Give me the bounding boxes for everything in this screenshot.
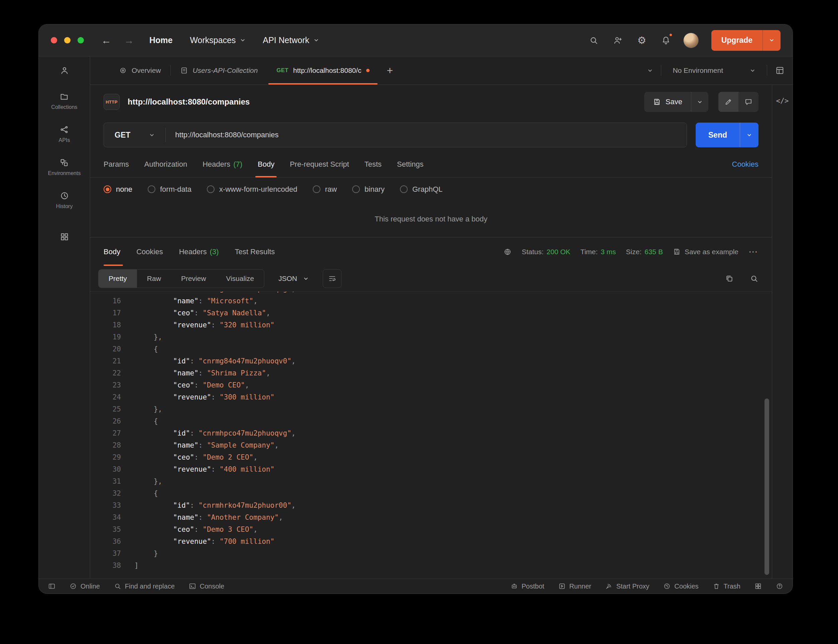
url-builder: GET Send: [90, 119, 772, 151]
find-and-replace[interactable]: Find and replace: [114, 583, 175, 590]
sidebar-item-apis[interactable]: APIs: [59, 125, 70, 143]
format-selector[interactable]: JSON: [272, 269, 315, 288]
url-input[interactable]: [166, 123, 686, 147]
settings-gear-icon[interactable]: ⚙: [635, 34, 649, 47]
view-raw[interactable]: Raw: [137, 269, 171, 288]
radio-form-data[interactable]: form-data: [148, 185, 191, 194]
response-tab-test-results[interactable]: Test Results: [227, 238, 283, 266]
radio-x-www-form-urlencoded[interactable]: x-www-form-urlencoded: [207, 185, 297, 194]
tab-request-active[interactable]: GET http://localhost:8080/c: [267, 56, 379, 84]
environment-quicklook-icon[interactable]: [775, 66, 785, 75]
line-number: 16: [90, 295, 121, 307]
profile-icon[interactable]: [60, 66, 69, 77]
console-button[interactable]: Console: [189, 583, 224, 590]
copy-response-icon[interactable]: [725, 274, 734, 283]
save-options-chevron[interactable]: [691, 92, 708, 112]
radio-icon: [352, 186, 360, 193]
size-value: 635 B: [644, 248, 663, 256]
response-body-viewer[interactable]: 15"id": "cnrmg0oo47mu2phuoqug",16"name":…: [90, 292, 772, 578]
nav-home[interactable]: Home: [150, 35, 173, 45]
code-line: 27"id": "cnrmhpco47mu2phuoqvg",: [90, 427, 772, 439]
tab-prerequest-script[interactable]: Pre-request Script: [282, 151, 357, 177]
response-tab-body[interactable]: Body: [104, 238, 128, 266]
save-floppy-icon: [653, 98, 661, 106]
url-bar: GET: [104, 123, 687, 147]
tab-tests[interactable]: Tests: [357, 151, 389, 177]
line-number: 19: [90, 331, 121, 343]
response-more-options-icon[interactable]: ⋯: [748, 246, 759, 257]
tab-params[interactable]: Params: [104, 151, 136, 177]
nav-api-network[interactable]: API Network: [263, 35, 319, 45]
search-icon: [114, 583, 121, 590]
sidebar-toggle-icon[interactable]: [48, 583, 56, 590]
wrap-lines-icon[interactable]: [323, 269, 342, 288]
online-status[interactable]: Online: [69, 583, 100, 590]
tab-authorization[interactable]: Authorization: [136, 151, 195, 177]
tab-collection[interactable]: Users-API-Collection: [171, 56, 267, 84]
vertical-scrollbar[interactable]: [764, 399, 769, 575]
edit-pencil-icon[interactable]: [718, 92, 738, 112]
add-tab-button[interactable]: +: [379, 64, 401, 77]
search-response-icon[interactable]: [750, 274, 759, 283]
forward-icon[interactable]: →: [124, 35, 134, 46]
notifications-bell-icon[interactable]: [659, 34, 673, 47]
minimize-window-button[interactable]: [64, 37, 71, 43]
panes-layout-icon[interactable]: [754, 583, 762, 590]
more-tools-grid-icon[interactable]: [60, 232, 69, 243]
radio-graphql[interactable]: GraphQL: [400, 185, 443, 194]
method-selector[interactable]: GET: [104, 123, 165, 147]
start-proxy-button[interactable]: Start Proxy: [605, 583, 649, 590]
tab-headers[interactable]: Headers (7): [195, 151, 250, 177]
send-button[interactable]: Send: [696, 123, 740, 147]
view-pretty[interactable]: Pretty: [99, 269, 137, 288]
save-as-example-button[interactable]: Save as example: [673, 248, 738, 256]
zoom-window-button[interactable]: [77, 37, 84, 43]
response-tab-headers[interactable]: Headers (3): [171, 238, 227, 266]
send-options-chevron[interactable]: [740, 123, 759, 147]
code-line: 26{: [90, 415, 772, 427]
code-line: 38]: [90, 560, 772, 572]
postbot-button[interactable]: Postbot: [511, 583, 544, 590]
radio-raw[interactable]: raw: [313, 185, 337, 194]
view-preview[interactable]: Preview: [171, 269, 216, 288]
cookies-button[interactable]: Cookies: [663, 583, 698, 590]
runner-button[interactable]: Runner: [558, 583, 592, 590]
sidebar-item-collections[interactable]: Collections: [51, 92, 77, 110]
avatar[interactable]: [683, 33, 699, 48]
request-tab-strip: Overview Users-API-Collection GET http:/…: [90, 56, 792, 85]
upgrade-button-main[interactable]: Upgrade: [711, 30, 762, 51]
radio-binary[interactable]: binary: [352, 185, 384, 194]
environment-selector[interactable]: No Environment: [669, 66, 759, 74]
code-line: 22"name": "Shrima Pizza",: [90, 367, 772, 379]
headers-count: (7): [233, 160, 242, 169]
line-number: 35: [90, 523, 121, 536]
upgrade-options-chevron[interactable]: [762, 30, 780, 51]
radio-icon: [400, 186, 407, 193]
line-number: 30: [90, 463, 121, 475]
cookies-link[interactable]: Cookies: [732, 160, 759, 169]
tab-list-chevron-icon[interactable]: [647, 68, 653, 74]
comment-icon[interactable]: [738, 92, 759, 112]
tab-body[interactable]: Body: [250, 151, 282, 177]
radio-none[interactable]: none: [104, 185, 132, 194]
code-line: 29"ceo": "Demo 2 CEO",: [90, 451, 772, 463]
close-window-button[interactable]: [51, 37, 57, 43]
view-visualize[interactable]: Visualize: [216, 269, 264, 288]
response-tab-cookies[interactable]: Cookies: [128, 238, 171, 266]
trash-button[interactable]: Trash: [713, 583, 740, 590]
search-icon[interactable]: [587, 34, 600, 47]
sidebar-item-environments[interactable]: Environments: [48, 158, 81, 176]
code-snippet-icon[interactable]: </>: [776, 97, 789, 105]
body-type-selector: none form-data x-www-form-urlencoded: [90, 178, 772, 201]
tab-settings[interactable]: Settings: [389, 151, 431, 177]
help-icon[interactable]: [776, 583, 783, 590]
line-number: 23: [90, 379, 121, 391]
tab-overview[interactable]: Overview: [110, 56, 171, 84]
back-icon[interactable]: ←: [101, 35, 111, 46]
sidebar-item-history[interactable]: History: [56, 191, 73, 209]
invite-user-icon[interactable]: [611, 34, 624, 47]
network-globe-icon[interactable]: [504, 248, 511, 256]
save-button[interactable]: Save: [644, 92, 691, 112]
chevron-down-icon: [314, 38, 319, 43]
nav-workspaces[interactable]: Workspaces: [190, 35, 245, 45]
